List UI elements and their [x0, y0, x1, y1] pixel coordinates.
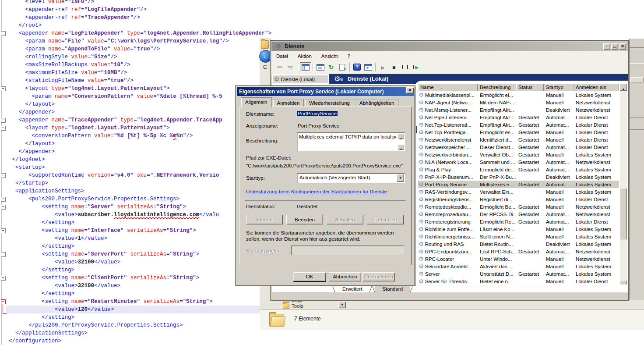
- column-header-4[interactable]: Anmelden als: [574, 84, 619, 91]
- table-row[interactable]: Net.Tcp-Listenerad...Empfängt Akt...Gest…: [418, 121, 619, 128]
- table-row[interactable]: Routing und RASBietet Routin...Deaktivie…: [418, 240, 619, 248]
- service-name: Netzwerklistendienst: [425, 137, 471, 142]
- column-header-0[interactable]: Name: [418, 84, 478, 91]
- table-row[interactable]: Remoteprozedurau...Der RPCSS-Di...Gestar…: [418, 210, 619, 218]
- help-button[interactable]: [352, 62, 362, 72]
- scroll-up-icon[interactable]: [398, 133, 404, 139]
- table-row[interactable]: Netzwerkspeicher-...Dieser Dienst...Gest…: [418, 143, 619, 151]
- column-header-3[interactable]: Starttyp: [544, 84, 574, 91]
- apply-button[interactable]: Übernehmen: [362, 272, 395, 281]
- code-line: </startup>: [6, 179, 262, 187]
- scroll-up-icon[interactable]: [620, 84, 627, 91]
- tab-allgemein[interactable]: Allgemein: [241, 97, 272, 107]
- gear-icon: [419, 203, 424, 210]
- table-row[interactable]: Netzwerkverbindun...Verwaltet Ob...Gesta…: [418, 151, 619, 158]
- table-row[interactable]: Remotedesktopdie...Ermöglicht Be...Gesta…: [418, 203, 619, 210]
- show-console-tree-button[interactable]: [300, 62, 311, 72]
- scroll-down-icon[interactable]: [398, 144, 404, 150]
- refresh-button[interactable]: [326, 62, 337, 72]
- forward-toolbar-button[interactable]: [285, 62, 296, 72]
- column-header-1[interactable]: Beschreibung: [478, 84, 516, 91]
- startup-type-select[interactable]: Automatisch (Verzögerter Start): [297, 173, 405, 183]
- restart-service-button[interactable]: [410, 62, 421, 72]
- tab-anmelden[interactable]: Anmelden: [273, 99, 304, 107]
- fold-toggle-icon[interactable]: [1, 118, 6, 123]
- menu-item-?[interactable]: ?: [343, 53, 355, 59]
- cell-start: Automat...: [544, 115, 574, 120]
- table-row[interactable]: NAP-Agent (Netwo...Mit dem NAP-...Manuel…: [418, 99, 619, 106]
- pause-service-button[interactable]: [399, 62, 410, 72]
- extended-view-button[interactable]: [362, 62, 373, 72]
- start-service-button[interactable]: [377, 62, 388, 72]
- services-title-bar[interactable]: Dienste: [271, 42, 628, 51]
- table-row[interactable]: ServerUnterstützt D...GestartetAutomat..…: [418, 270, 619, 277]
- menu-item-ansicht[interactable]: Ansicht: [317, 53, 343, 59]
- menu-item-aktion[interactable]: Aktion: [293, 53, 317, 59]
- dropdown-button[interactable]: [338, 302, 346, 308]
- service-name-value[interactable]: PortProxyService: [297, 111, 338, 116]
- fold-toggle-icon[interactable]: [1, 173, 6, 178]
- table-row[interactable]: RPC-Endpunktzuor...Löst RPC-Sch...Gestar…: [418, 248, 619, 255]
- scrollbar[interactable]: [620, 84, 627, 287]
- fold-toggle-icon[interactable]: [1, 205, 6, 210]
- dialog-title-bar[interactable]: Eigenschaften von Port Proxy Service (Lo…: [237, 87, 414, 96]
- service-name: Netzwerkverbindun...: [425, 152, 472, 157]
- table-row[interactable]: Richtlinienergebniss...Stellt einen N...…: [418, 233, 619, 240]
- resume-button[interactable]: Fortsetzen: [367, 215, 404, 224]
- table-row[interactable]: RAS-Verbindungsv...Verwaltet Ein...Manue…: [418, 188, 619, 196]
- tab-wiederherstellung[interactable]: Wiederherstellung: [305, 99, 354, 107]
- fold-toggle-icon[interactable]: [1, 126, 6, 131]
- cell-status: Gestartet: [516, 271, 544, 277]
- table-row[interactable]: Registrierungsdiens...Registriert di...M…: [418, 196, 619, 203]
- start-params-input[interactable]: [291, 245, 404, 255]
- stop-button[interactable]: Beenden: [286, 215, 323, 224]
- cell-desc: Aktiviert das ...: [478, 264, 516, 269]
- stop-service-button[interactable]: [388, 62, 399, 72]
- table-row[interactable]: RemoteregistrierungErmöglicht Re...Gesta…: [418, 218, 619, 225]
- tree-item-dienste-lokal[interactable]: Dienste (Lokal): [273, 75, 328, 83]
- table-row[interactable]: NLA (Network Loca...Sammelt und ...Gesta…: [418, 158, 619, 166]
- minimize-button[interactable]: [603, 43, 610, 50]
- export-list-button[interactable]: [337, 62, 348, 72]
- fold-toggle-icon[interactable]: [1, 197, 6, 202]
- cell-desc: Identifiziert d...: [478, 137, 516, 142]
- menu-item-datei[interactable]: Datei: [271, 53, 293, 59]
- tab-abhängigkeiten[interactable]: Abhängigkeiten: [355, 99, 398, 107]
- close-icon[interactable]: [406, 87, 414, 93]
- startup-options-help-link[interactable]: Unterstützung beim Konfigurieren der Sta…: [246, 189, 387, 194]
- description-field[interactable]: Multiplexes external TCP/IP data on loca…: [297, 132, 405, 151]
- back-toolbar-button[interactable]: [274, 62, 285, 72]
- column-header-2[interactable]: Status: [516, 84, 544, 91]
- explorer-folder-item[interactable]: Tools: [283, 303, 303, 309]
- table-row[interactable]: Port Proxy ServiceMultiplexes e...Gestar…: [418, 181, 619, 188]
- chevron-down-icon[interactable]: [397, 174, 404, 182]
- table-row[interactable]: PnP-X-IP-Busenum...Der PnP-X-Bu...Deakti…: [418, 173, 619, 181]
- maximize-button[interactable]: [611, 43, 618, 50]
- table-row[interactable]: Plug & PlayErmöglicht de...GestartetAuto…: [418, 166, 619, 173]
- table-row[interactable]: RPC-LocatorUnter Windo...ManuellNetzwerk…: [418, 255, 619, 263]
- fold-toggle-icon[interactable]: [1, 86, 6, 91]
- fold-toggle-icon[interactable]: [1, 252, 6, 257]
- close-button[interactable]: [619, 43, 626, 50]
- ok-button[interactable]: OK: [293, 272, 326, 281]
- pause-button[interactable]: Anhalten: [327, 215, 363, 224]
- table-row[interactable]: Net.Pipe-Listenera...Empfängt Akt...Gest…: [418, 114, 619, 121]
- cancel-button[interactable]: Abbrechen: [329, 272, 361, 281]
- scrollbar-thumb[interactable]: [620, 188, 627, 239]
- table-row[interactable]: Richtlinie zum Entfe...Lässt eine Ko...M…: [418, 225, 619, 233]
- code-line: <setting name="Interface" serializeAs="S…: [6, 227, 262, 235]
- fold-toggle-icon[interactable]: [1, 276, 6, 281]
- fold-toggle-icon[interactable]: [1, 31, 6, 36]
- window-bottom-frame: [271, 292, 628, 300]
- start-button[interactable]: Starten: [246, 215, 283, 224]
- properties-button[interactable]: [315, 62, 326, 72]
- service-name: Net.Pipe-Listenera...: [425, 115, 471, 120]
- table-row[interactable]: Multimediaklassenpl...Ermöglicht ei...Ma…: [418, 91, 619, 99]
- fold-toggle-icon[interactable]: [1, 299, 6, 304]
- table-row[interactable]: Net.Msmq-Listener...Empfängt Akt...Deakt…: [418, 106, 619, 114]
- table-row[interactable]: Net.Tcp-Portfreiga...Ermöglicht es...Ges…: [418, 128, 619, 136]
- table-row[interactable]: Server für Threads...Bietet eine n...Man…: [418, 277, 619, 285]
- fold-toggle-icon[interactable]: [1, 228, 6, 233]
- table-row[interactable]: Sekundäre Anmeld...Aktiviert das ...Manu…: [418, 263, 619, 270]
- table-row[interactable]: NetzwerklistendienstIdentifiziert d...Ge…: [418, 136, 619, 143]
